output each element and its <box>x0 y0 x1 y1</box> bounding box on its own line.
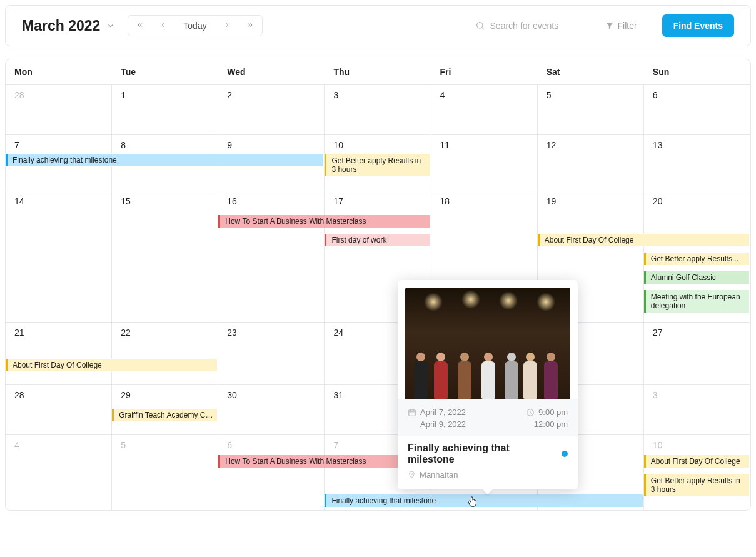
double-chevron-left-icon <box>136 21 144 29</box>
calendar-cell[interactable]: 30 <box>218 385 325 434</box>
event-bar[interactable]: Get Better apply Results in 3 hours <box>325 154 430 176</box>
day-number: 20 <box>653 196 743 206</box>
day-number: 14 <box>14 196 105 206</box>
date-nav-group: Today <box>128 15 262 36</box>
day-number: 13 <box>653 140 743 150</box>
event-bar[interactable]: How To Start A Business With Masterclass <box>218 215 430 228</box>
day-number: 29 <box>121 390 211 400</box>
calendar-row: 4567810How To Start A Business With Mast… <box>6 435 750 510</box>
calendar-cell[interactable]: 3 <box>325 85 431 134</box>
calendar-cell[interactable]: 6 <box>218 435 325 510</box>
day-number: 22 <box>121 328 211 338</box>
day-number: 3 <box>653 390 743 400</box>
weekday-header: Sat <box>538 59 644 84</box>
day-number: 10 <box>653 440 743 450</box>
month-title-text: March 2022 <box>22 18 100 34</box>
day-number: 15 <box>121 196 211 206</box>
event-bar[interactable]: Finally achieving that milestone <box>325 494 642 507</box>
day-number: 28 <box>14 390 105 400</box>
calendar-cell[interactable]: 11 <box>431 135 538 191</box>
calendar-cell[interactable]: 13 <box>644 135 750 191</box>
event-bar[interactable]: Graiffin Teach Academy Camp <box>112 409 217 421</box>
event-bar[interactable]: Finally achieving that milestone <box>6 154 323 166</box>
day-number: 21 <box>14 328 105 338</box>
filter-label: Filter <box>618 21 637 31</box>
calendar-row: 28293031123Graiffin Teach Academy Camp <box>6 385 750 435</box>
day-number: 9 <box>227 140 318 150</box>
nav-first-button[interactable] <box>128 16 152 36</box>
chevron-right-icon <box>223 21 231 29</box>
day-number: 3 <box>333 90 424 100</box>
calendar-cell[interactable]: 14 <box>6 191 112 322</box>
calendar-cell[interactable]: 23 <box>218 323 325 384</box>
day-number: 7 <box>14 140 105 150</box>
chevron-left-icon <box>159 21 167 29</box>
calendar-cell[interactable]: 2 <box>218 85 325 134</box>
calendar-row: 78910111213Finally achieving that milest… <box>6 135 750 191</box>
event-bar[interactable]: Alumni Golf Classic <box>644 271 749 284</box>
calendar-cell[interactable]: 4 <box>431 85 538 134</box>
calendar-cell[interactable]: 1 <box>112 85 218 134</box>
calendar-body: 2812345678910111213Finally achieving tha… <box>6 85 750 510</box>
day-number: 17 <box>333 196 424 206</box>
event-date-end: April 9, 2022 <box>420 419 466 429</box>
calendar-icon <box>408 408 416 417</box>
calendar-cell[interactable]: 12 <box>538 135 644 191</box>
calendar-toolbar: March 2022 Today Filter Find Events <box>5 5 751 46</box>
event-bar[interactable]: Get Better apply Results... <box>644 253 749 265</box>
calendar-cell[interactable]: 21 <box>6 323 112 384</box>
weekday-header: Sun <box>644 59 750 84</box>
event-date-start: April 7, 2022 <box>420 408 466 417</box>
find-events-button[interactable]: Find Events <box>662 14 734 37</box>
calendar-cell[interactable]: 16 <box>218 191 325 322</box>
pin-icon <box>408 471 416 479</box>
search-icon <box>475 21 485 31</box>
event-bar[interactable]: About First Day Of College <box>644 455 749 468</box>
day-number: 16 <box>227 196 318 206</box>
calendar-cell[interactable]: 6 <box>644 85 750 134</box>
double-chevron-right-icon <box>246 21 255 29</box>
day-number: 2 <box>227 90 318 100</box>
nav-prev-button[interactable] <box>152 16 174 36</box>
nav-next-button[interactable] <box>216 16 238 36</box>
nav-last-button[interactable] <box>238 16 262 36</box>
event-bar[interactable]: Get Better apply Results in 3 hours <box>644 474 749 496</box>
event-meta: April 7, 2022 9:00 pm April 9, 2022 12:0… <box>398 399 578 436</box>
calendar-cell[interactable]: 22 <box>112 323 218 384</box>
calendar-cell[interactable]: 10 <box>644 435 750 510</box>
day-number: 4 <box>14 440 105 450</box>
day-number: 6 <box>653 90 744 100</box>
calendar-cell[interactable]: 27 <box>644 323 750 384</box>
event-time-start: 9:00 pm <box>538 408 568 417</box>
calendar-row: 28123456 <box>6 85 750 135</box>
day-number: 11 <box>440 140 531 150</box>
calendar-cell[interactable]: 3 <box>644 385 750 434</box>
calendar-cell[interactable]: 4 <box>6 435 112 510</box>
nav-today-button[interactable]: Today <box>174 16 215 36</box>
day-number: 19 <box>547 196 637 206</box>
filter-button[interactable]: Filter <box>605 21 637 31</box>
svg-rect-2 <box>409 409 416 415</box>
page-title[interactable]: March 2022 <box>22 18 115 34</box>
day-number: 27 <box>653 328 743 338</box>
search-wrap <box>475 21 578 31</box>
search-input[interactable] <box>490 21 578 31</box>
calendar-cell[interactable]: 5 <box>112 435 218 510</box>
calendar-cell[interactable]: 5 <box>538 85 644 134</box>
calendar-row: 2122232427About First Day Of College <box>6 323 750 385</box>
weekday-header: Mon <box>6 59 112 84</box>
calendar-cell[interactable]: 28 <box>6 385 112 434</box>
day-number: 8 <box>121 140 211 150</box>
event-bar[interactable]: About First Day Of College <box>538 234 749 246</box>
event-bar[interactable]: About First Day Of College <box>6 359 217 371</box>
event-bar[interactable]: Meeting with the European delegation <box>644 290 749 313</box>
calendar-row: 14151617181920How To Start A Business Wi… <box>6 191 750 323</box>
day-number: 28 <box>14 90 105 100</box>
filter-icon <box>605 21 614 30</box>
calendar-cell[interactable]: 15 <box>112 191 218 322</box>
event-bar[interactable]: First day of work <box>325 234 430 246</box>
calendar-cell[interactable]: 28 <box>6 85 112 134</box>
day-number: 12 <box>547 140 637 150</box>
event-time-end: 12:00 pm <box>534 419 568 429</box>
weekday-header: Wed <box>218 59 325 84</box>
